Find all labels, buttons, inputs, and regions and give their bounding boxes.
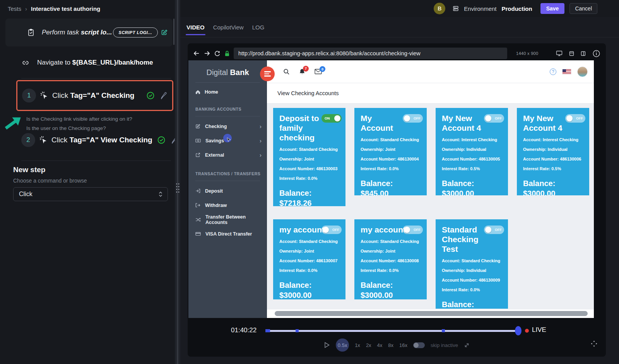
- account-ownership: Ownership: Individual: [442, 145, 502, 154]
- panel-scrollbar[interactable]: [173, 19, 174, 45]
- toggle-knob: [323, 227, 329, 233]
- bank-menu-button[interactable]: [260, 67, 275, 81]
- account-card[interactable]: OFF Standard Checking Test Account: Stan…: [436, 219, 508, 309]
- url-text: http://prod.dbank.staging-apps.relicx.ai…: [238, 50, 421, 56]
- account-card[interactable]: ON Deposit to family checking Account: S…: [273, 108, 345, 206]
- account-name: My Account: [361, 113, 401, 133]
- account-name: My New Account 4: [523, 113, 563, 133]
- tab-copilotview[interactable]: CopilotView: [213, 24, 244, 31]
- environment-icon: [453, 5, 459, 12]
- bank-nav-label: Transfer Between Accounts: [205, 214, 262, 225]
- account-toggle[interactable]: OFF: [484, 114, 504, 123]
- messages-envelope[interactable]: 0: [315, 69, 322, 74]
- edit-script-icon[interactable]: [161, 29, 168, 36]
- task-step-card[interactable]: Perform task script lo... SCRIPT LOGI...: [5, 19, 173, 46]
- account-balance: Balance:$3000.00: [442, 178, 502, 195]
- tab-video[interactable]: VIDEO: [186, 24, 205, 31]
- help-icon[interactable]: ?: [550, 68, 556, 75]
- breadcrumb-root[interactable]: Tests: [8, 5, 21, 12]
- bank-nav-transfer[interactable]: Transfer Between Accounts: [195, 215, 262, 224]
- step-1-highlighted[interactable]: 1 Click Tag="A" Checking: [16, 80, 173, 111]
- progress-marker[interactable]: [296, 329, 299, 332]
- script-logic-button[interactable]: SCRIPT LOGI...: [113, 27, 158, 38]
- command-select-value: Click: [19, 191, 32, 198]
- info-icon[interactable]: [592, 50, 600, 58]
- back-icon[interactable]: [193, 50, 200, 57]
- bank-nav-home[interactable]: Home: [195, 89, 267, 95]
- account-toggle[interactable]: OFF: [565, 114, 585, 123]
- speed-1x[interactable]: 1x: [355, 342, 360, 348]
- bank-logo: Digital Bank: [188, 60, 267, 77]
- new-step-subtitle: Choose a command or browse: [13, 178, 87, 184]
- scrollbar-thumb[interactable]: [275, 311, 588, 316]
- panel-splitter[interactable]: [175, 0, 180, 364]
- bank-nav-label: Checking: [205, 124, 227, 129]
- play-icon[interactable]: [324, 342, 330, 349]
- account-balance: Balance:$7218.26: [279, 188, 339, 206]
- account-toggle[interactable]: ON: [321, 114, 342, 123]
- clipboard-icon: [27, 29, 35, 36]
- progress-marker[interactable]: [265, 329, 270, 332]
- divider: [195, 82, 260, 83]
- skip-inactive-toggle[interactable]: [413, 342, 425, 348]
- speed-2x[interactable]: 2x: [366, 342, 371, 348]
- live-indicator-dot: [525, 329, 529, 333]
- link-icon: [22, 59, 29, 67]
- environment-value[interactable]: Production: [502, 5, 532, 12]
- url-bar[interactable]: http://prod.dbank.staging-apps.relicx.ai…: [234, 48, 507, 59]
- account-balance: Balance:$50.00: [442, 299, 502, 309]
- speed-0.5x[interactable]: 0.5x: [336, 338, 349, 352]
- bank-nav-savings[interactable]: Savings ›: [195, 136, 262, 145]
- bank-nav-visa-transfer[interactable]: VISA Direct Transfer: [195, 229, 262, 238]
- forward-icon[interactable]: [203, 50, 210, 57]
- account-toggle[interactable]: OFF: [403, 114, 423, 123]
- bank-horizontal-scrollbar[interactable]: [267, 309, 594, 318]
- notifications-bell[interactable]: 7: [299, 68, 305, 75]
- account-card[interactable]: OFF my account Account: Standard Checkin…: [354, 219, 427, 299]
- bank-nav-checking[interactable]: Checking ›: [195, 122, 262, 131]
- account-card[interactable]: OFF My New Account 4 Account: Interest C…: [517, 108, 589, 195]
- bank-nav-deposit[interactable]: Deposit: [195, 186, 262, 195]
- bank-nav-external[interactable]: External ›: [195, 150, 262, 159]
- navigate-step[interactable]: Navigate to ${BASE_URL}/bank/home: [22, 53, 153, 72]
- step-2[interactable]: 2 Click Tag="A" View Checking: [21, 133, 178, 147]
- external-link-icon: [195, 152, 200, 157]
- playback-scrubber-knob[interactable]: [515, 326, 522, 335]
- viewer-tabs: VIDEO CopilotView LOG: [186, 20, 264, 34]
- save-button[interactable]: Save: [540, 3, 565, 14]
- playback-progress-bar[interactable]: [265, 330, 519, 332]
- cancel-button[interactable]: Cancel: [569, 3, 597, 14]
- toggle-knob: [414, 343, 419, 348]
- account-type: Account: Interest Checking: [523, 135, 583, 145]
- bank-nav-withdraw[interactable]: Withdraw: [195, 201, 262, 210]
- language-flag-icon[interactable]: [563, 69, 571, 74]
- splitter-grip-icon[interactable]: [176, 183, 180, 193]
- bank-nav-label: VISA Direct Transfer: [205, 231, 252, 237]
- window-panel-icon[interactable]: [581, 51, 586, 56]
- move-handle-icon[interactable]: [591, 340, 597, 347]
- top-bar: Tests › Interactive test authoring B Env…: [0, 0, 619, 17]
- account-toggle[interactable]: OFF: [403, 226, 423, 234]
- reload-icon[interactable]: [214, 50, 221, 57]
- account-toggle[interactable]: OFF: [321, 226, 342, 234]
- monitor-icon[interactable]: [556, 50, 563, 56]
- progress-marker[interactable]: [442, 329, 445, 332]
- account-type: Account: Standard Checking: [279, 237, 339, 246]
- search-icon[interactable]: [283, 68, 290, 75]
- bank-user-avatar[interactable]: [577, 67, 588, 77]
- account-card[interactable]: OFF My Account Account: Standard Checkin…: [354, 108, 427, 195]
- fullscreen-icon[interactable]: [464, 342, 470, 348]
- account-ownership: Ownership: Joint: [279, 154, 339, 164]
- command-select[interactable]: Click: [13, 187, 168, 201]
- account-card[interactable]: OFF My New Account 4 Account: Interest C…: [436, 108, 508, 195]
- account-card[interactable]: OFF my account Account: Standard Checkin…: [273, 219, 345, 299]
- user-avatar[interactable]: B: [434, 3, 445, 14]
- sign-in-icon: [195, 188, 200, 193]
- speed-4x[interactable]: 4x: [377, 342, 383, 348]
- account-toggle[interactable]: OFF: [484, 226, 504, 234]
- edit-step-icon[interactable]: [159, 92, 167, 99]
- window-restore-icon[interactable]: [569, 51, 574, 56]
- tab-log[interactable]: LOG: [252, 24, 265, 31]
- speed-16x[interactable]: 16x: [399, 342, 407, 348]
- speed-8x[interactable]: 8x: [388, 342, 393, 348]
